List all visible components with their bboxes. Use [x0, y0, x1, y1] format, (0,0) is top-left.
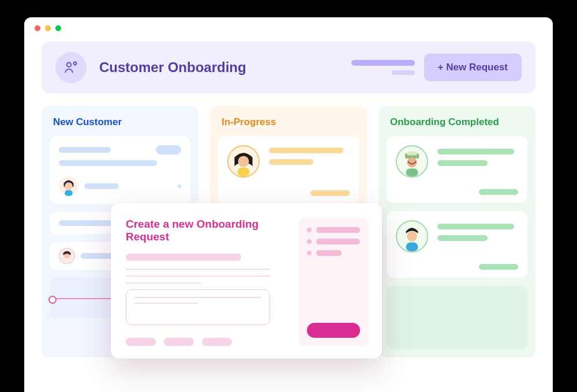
modal-field-placeholder — [126, 282, 201, 284]
modal-actions — [126, 338, 288, 346]
svg-point-3 — [65, 182, 73, 190]
card-text-placeholder — [269, 145, 350, 178]
modal-title: Create a new Onboarding Request — [126, 218, 288, 243]
kanban-card[interactable] — [387, 211, 527, 278]
avatar — [59, 248, 75, 264]
kanban-card[interactable] — [50, 136, 190, 204]
submit-button[interactable] — [307, 323, 360, 338]
svg-point-8 — [238, 156, 249, 167]
modal-field-placeholder — [126, 276, 270, 277]
svg-rect-4 — [65, 190, 73, 196]
card-text-placeholder — [437, 220, 518, 252]
app-window: Customer Onboarding + New Request New Cu… — [24, 17, 553, 392]
svg-point-16 — [407, 231, 417, 241]
card-text-placeholder — [437, 145, 518, 178]
modal-field-placeholder — [126, 254, 241, 261]
window-maximize-icon[interactable] — [55, 25, 61, 31]
column-title: New Customer — [53, 116, 188, 128]
avatar — [59, 176, 78, 196]
description-input[interactable] — [126, 289, 270, 325]
new-request-button[interactable]: + New Request — [424, 54, 522, 81]
user-gear-icon — [55, 52, 87, 83]
kanban-card[interactable] — [387, 136, 527, 203]
svg-point-0 — [67, 63, 71, 67]
kanban-card[interactable] — [218, 136, 359, 204]
modal-sidebar — [299, 218, 368, 346]
column-title: Onboarding Completed — [390, 116, 525, 128]
avatar — [396, 220, 428, 252]
card-drop-placeholder[interactable] — [387, 286, 527, 349]
header-meta-placeholder — [351, 60, 415, 75]
modal-action-button[interactable] — [164, 338, 194, 346]
window-traffic-lights — [24, 17, 553, 37]
svg-rect-9 — [238, 167, 250, 176]
window-minimize-icon[interactable] — [45, 25, 51, 31]
create-request-modal: Create a new Onboarding Request — [111, 203, 382, 359]
column-title: In-Progress — [222, 116, 357, 128]
column-completed: Onboarding Completed — [379, 106, 535, 357]
svg-rect-17 — [406, 242, 418, 251]
svg-rect-14 — [406, 168, 418, 176]
page-header: Customer Onboarding + New Request — [42, 42, 535, 93]
page-title: Customer Onboarding — [99, 59, 246, 76]
modal-action-button[interactable] — [202, 338, 232, 346]
modal-field-placeholder — [126, 269, 270, 270]
svg-rect-12 — [407, 152, 417, 156]
avatar — [227, 145, 260, 178]
modal-action-button[interactable] — [126, 338, 156, 346]
window-close-icon[interactable] — [35, 25, 40, 31]
avatar — [396, 145, 428, 178]
status-badge — [156, 145, 181, 154]
card-menu-icon[interactable] — [178, 184, 181, 188]
